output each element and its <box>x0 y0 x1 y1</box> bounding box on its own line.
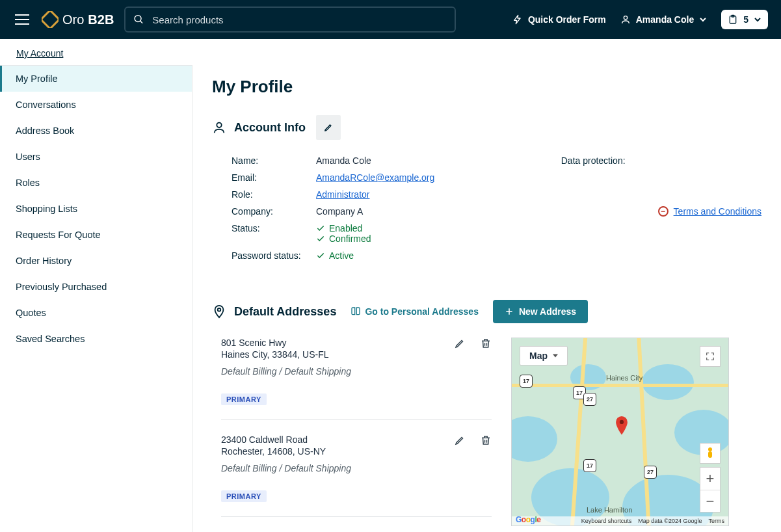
map-terms-link[interactable]: Terms <box>709 518 725 524</box>
sidebar-item-saved-searches[interactable]: Saved Searches <box>0 326 192 352</box>
value-name: Amanda Cole <box>316 155 371 166</box>
map-fullscreen-button[interactable] <box>700 346 721 367</box>
address-item: 23400 Caldwell Road Rochester, 14608, US… <box>221 434 492 517</box>
address-meta: Default Billing / Default Shipping <box>221 463 492 473</box>
map-streetview-button[interactable] <box>700 443 721 464</box>
pegman-icon <box>706 447 715 460</box>
search-bar[interactable] <box>124 7 456 33</box>
addresses-header: Default Addresses Go to Personal Address… <box>212 300 761 323</box>
plus-icon <box>505 307 514 316</box>
value-company: Company A <box>316 206 363 217</box>
hamburger-icon <box>15 14 29 25</box>
brand-logo[interactable]: OroB2B <box>42 11 114 28</box>
svg-point-1 <box>135 16 141 22</box>
check-icon <box>316 234 325 243</box>
hwy-shield-17: 17 <box>583 459 596 472</box>
map-data-label: Map data ©2024 Google <box>638 518 702 524</box>
check-icon <box>316 251 325 260</box>
terms-link[interactable]: Terms and Conditions <box>674 206 761 217</box>
sidebar-item-shopping-lists[interactable]: Shopping Lists <box>0 196 192 222</box>
app-header: OroB2B Quick Order Form Amanda Cole <box>0 0 781 39</box>
address-map[interactable]: 17 17 17 27 27 Haines City Lake Hamilton… <box>511 338 729 526</box>
sidebar-item-roles[interactable]: Roles <box>0 170 192 196</box>
chevron-down-icon <box>699 16 707 23</box>
status-confirmed: Confirmed <box>316 233 371 244</box>
map-shortcuts-link[interactable]: Keyboard shortcuts <box>581 518 632 524</box>
delete-address-button[interactable] <box>480 434 492 446</box>
status-password: Active <box>316 250 354 261</box>
label-status: Status: <box>232 223 316 244</box>
svg-point-8 <box>708 447 712 451</box>
breadcrumb: My Account <box>0 39 781 59</box>
label-data-protection: Data protection: <box>561 155 626 267</box>
pencil-icon <box>454 338 466 349</box>
svg-point-7 <box>620 420 624 424</box>
user-icon <box>620 14 631 25</box>
address-line2: Rochester, 14608, US-NY <box>221 446 492 457</box>
pencil-icon <box>454 434 466 446</box>
svg-point-2 <box>624 16 627 20</box>
user-name: Amanda Cole <box>636 14 694 25</box>
sidebar-item-prev-purchased[interactable]: Previously Purchased <box>0 274 192 300</box>
sidebar-item-my-profile[interactable]: My Profile <box>0 66 192 92</box>
hwy-shield-27: 27 <box>644 466 657 479</box>
map-lake-label: Lake Hamilton <box>587 506 632 514</box>
deny-icon: − <box>658 206 668 217</box>
map-attribution: Google Keyboard shortcuts Map data ©2024… <box>512 516 728 525</box>
value-role[interactable]: Administrator <box>316 189 369 200</box>
sidebar-item-users[interactable]: Users <box>0 144 192 170</box>
personal-addresses-link[interactable]: Go to Personal Addresses <box>351 306 479 317</box>
new-address-button[interactable]: New Address <box>493 300 588 323</box>
caret-down-icon <box>553 354 558 358</box>
chevron-down-icon <box>754 16 761 23</box>
page-title: My Profile <box>212 77 761 97</box>
sidebar-item-order-history[interactable]: Order History <box>0 248 192 274</box>
map-city-label: Haines City <box>606 374 642 382</box>
address-line2: Haines City, 33844, US-FL <box>221 349 492 360</box>
label-company: Company: <box>232 206 316 217</box>
primary-badge: PRIMARY <box>221 393 267 405</box>
lightning-icon <box>512 14 523 25</box>
address-meta: Default Billing / Default Shipping <box>221 366 492 377</box>
check-icon <box>316 224 325 233</box>
map-zoom-in[interactable]: + <box>700 468 720 490</box>
address-list: 801 Scenic Hwy Haines City, 33844, US-FL… <box>212 338 492 531</box>
svg-point-6 <box>218 308 221 312</box>
delete-address-button[interactable] <box>480 338 492 349</box>
trash-icon <box>480 338 492 349</box>
user-menu[interactable]: Amanda Cole <box>620 14 707 25</box>
map-zoom-out[interactable]: − <box>700 490 720 512</box>
search-input[interactable] <box>151 14 447 26</box>
edit-account-button[interactable] <box>316 115 341 140</box>
value-email[interactable]: AmandaRCole@example.org <box>316 172 434 183</box>
svg-point-5 <box>217 123 221 127</box>
cart-button[interactable]: 5 <box>721 10 768 29</box>
data-protection-row: Data protection: − Terms and Conditions <box>561 155 761 267</box>
label-name: Name: <box>232 155 316 166</box>
clipboard-icon <box>728 14 738 25</box>
label-email: Email: <box>232 172 316 183</box>
map-type-toggle[interactable]: Map <box>520 346 568 366</box>
user-icon <box>212 120 226 135</box>
logo-text-suffix: B2B <box>88 12 114 27</box>
pin-icon <box>212 304 226 319</box>
edit-address-button[interactable] <box>454 338 466 349</box>
search-icon <box>133 14 144 25</box>
address-line1: 23400 Caldwell Road <box>221 434 492 445</box>
logo-mark-icon <box>42 11 59 28</box>
sidebar-item-conversations[interactable]: Conversations <box>0 92 192 118</box>
account-fields: Name:Amanda Cole Email:AmandaRCole@examp… <box>232 155 434 267</box>
sidebar-nav: My Profile Conversations Address Book Us… <box>0 65 192 532</box>
svg-rect-0 <box>42 11 59 28</box>
label-password: Password status: <box>232 250 316 261</box>
trash-icon <box>480 434 492 446</box>
cart-count: 5 <box>743 14 748 25</box>
breadcrumb-root[interactable]: My Account <box>16 48 63 59</box>
quick-order-link[interactable]: Quick Order Form <box>512 14 606 25</box>
sidebar-item-quotes[interactable]: Quotes <box>0 300 192 326</box>
hamburger-menu-button[interactable] <box>13 10 31 29</box>
sidebar-item-address-book[interactable]: Address Book <box>0 118 192 144</box>
address-item: 801 Scenic Hwy Haines City, 33844, US-FL… <box>221 338 492 420</box>
edit-address-button[interactable] <box>454 434 466 446</box>
sidebar-item-rfq[interactable]: Requests For Quote <box>0 222 192 248</box>
